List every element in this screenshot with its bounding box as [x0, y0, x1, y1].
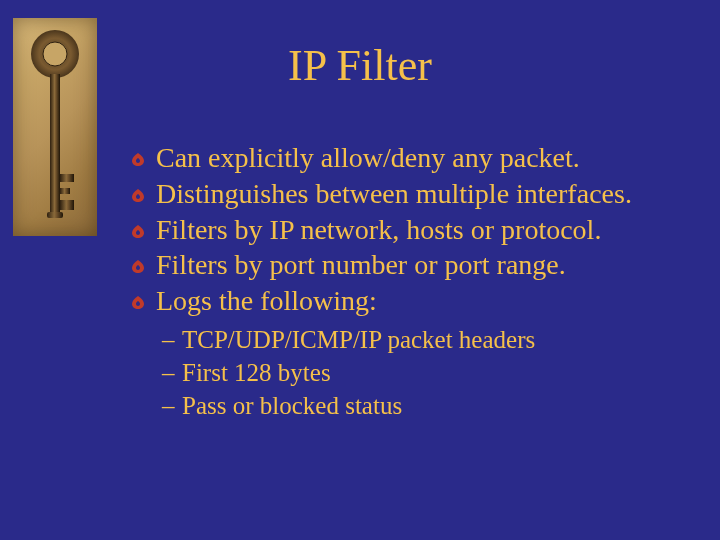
svg-rect-3 [50, 74, 60, 214]
svg-rect-7 [47, 212, 63, 218]
bullet-text: Filters by IP network, hosts or protocol… [156, 212, 601, 248]
sub-bullet-list: –TCP/UDP/ICMP/IP packet headers –First 1… [162, 323, 690, 422]
bullet-item: Filters by port number or port range. [130, 247, 690, 283]
svg-rect-6 [60, 200, 74, 210]
sub-bullet-item: –Pass or blocked status [162, 389, 690, 422]
svg-rect-4 [60, 174, 74, 182]
bullet-item: Distinguishes between multiple interface… [130, 176, 690, 212]
bullet-text: Filters by port number or port range. [156, 247, 566, 283]
sub-bullet-text: TCP/UDP/ICMP/IP packet headers [182, 326, 535, 353]
fleuron-icon [130, 212, 156, 248]
fleuron-icon [130, 140, 156, 176]
dash-icon: – [162, 389, 182, 422]
fleuron-icon [130, 283, 156, 319]
slide-title: IP Filter [0, 40, 720, 91]
dash-icon: – [162, 323, 182, 356]
sub-bullet-item: –TCP/UDP/ICMP/IP packet headers [162, 323, 690, 356]
bullet-text: Distinguishes between multiple interface… [156, 176, 632, 212]
fleuron-icon [130, 247, 156, 283]
svg-rect-5 [60, 188, 70, 194]
bullet-item: Filters by IP network, hosts or protocol… [130, 212, 690, 248]
bullet-text: Can explicitly allow/deny any packet. [156, 140, 580, 176]
sub-bullet-text: First 128 bytes [182, 359, 331, 386]
dash-icon: – [162, 356, 182, 389]
content-area: Can explicitly allow/deny any packet. Di… [130, 140, 690, 422]
sub-bullet-item: –First 128 bytes [162, 356, 690, 389]
bullet-item: Can explicitly allow/deny any packet. [130, 140, 690, 176]
bullet-text: Logs the following: [156, 283, 377, 319]
bullet-item: Logs the following: [130, 283, 690, 319]
sub-bullet-text: Pass or blocked status [182, 392, 402, 419]
fleuron-icon [130, 176, 156, 212]
